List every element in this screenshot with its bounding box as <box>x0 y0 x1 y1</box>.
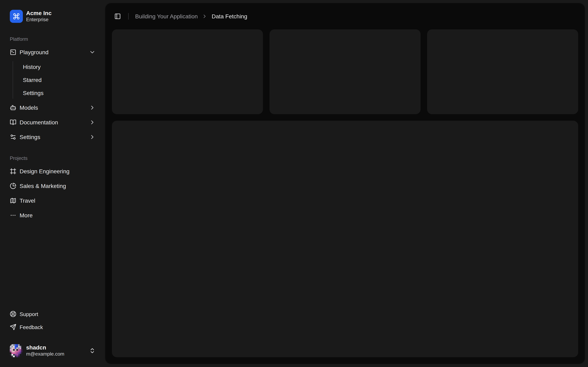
nav-group-label-platform: Platform <box>7 33 99 46</box>
sidebar-item-label: Documentation <box>20 119 86 125</box>
team-name: Acme Inc <box>26 10 52 17</box>
user-meta: shadcn m@example.com <box>26 344 86 358</box>
sidebar-item-label: Sales & Marketing <box>20 183 95 189</box>
sidebar-subitem-history[interactable]: History <box>20 61 99 73</box>
chevron-right-icon <box>202 13 208 19</box>
user-email: m@example.com <box>26 351 86 358</box>
sliders-icon <box>10 134 16 140</box>
life-buoy-icon <box>10 311 16 317</box>
chevron-right-icon[interactable] <box>89 134 95 140</box>
sidebar-subitem-starred[interactable]: Starred <box>20 74 99 86</box>
sidebar-item-label: Feedback <box>20 324 95 330</box>
sidebar: Acme Inc Enterprise Platform Playground … <box>0 0 105 367</box>
team-meta: Acme Inc Enterprise <box>26 10 52 23</box>
placeholder-card-row <box>112 29 578 114</box>
sidebar-item-settings[interactable]: Settings <box>7 131 99 143</box>
ellipsis-icon <box>10 212 16 218</box>
chevron-right-icon[interactable] <box>89 119 95 125</box>
sidebar-toggle-button[interactable] <box>112 11 123 22</box>
user-name: shadcn <box>26 344 86 351</box>
chevrons-up-down-icon <box>89 347 95 354</box>
playground-submenu: History Starred Settings <box>13 61 99 99</box>
sidebar-subitem-label: History <box>23 64 41 70</box>
chevron-right-icon[interactable] <box>89 104 95 111</box>
sidebar-item-support[interactable]: Support <box>7 308 99 320</box>
sidebar-item-label: Settings <box>20 134 86 140</box>
sidebar-item-label: Design Engineering <box>20 168 95 175</box>
frame-icon <box>10 168 16 175</box>
sidebar-item-design-engineering[interactable]: Design Engineering <box>7 165 99 178</box>
nav-group-label-projects: Projects <box>7 152 99 165</box>
app-root: Acme Inc Enterprise Platform Playground … <box>0 0 588 367</box>
page-header: Building Your Application Data Fetching <box>105 3 585 29</box>
header-separator <box>128 13 129 20</box>
sidebar-item-documentation[interactable]: Documentation <box>7 116 99 129</box>
team-switcher-button[interactable]: Acme Inc Enterprise <box>7 7 99 26</box>
sidebar-item-feedback[interactable]: Feedback <box>7 321 99 333</box>
breadcrumb: Building Your Application Data Fetching <box>135 13 247 20</box>
placeholder-card <box>112 29 263 114</box>
placeholder-card <box>269 29 421 114</box>
page-content <box>105 29 585 364</box>
sidebar-item-label: Support <box>20 311 95 317</box>
sidebar-subitem-label: Starred <box>23 77 42 83</box>
breadcrumb-current: Data Fetching <box>212 13 247 20</box>
sidebar-subitem-settings[interactable]: Settings <box>20 87 99 99</box>
book-open-icon <box>10 119 16 125</box>
sidebar-item-playground[interactable]: Playground <box>7 46 99 59</box>
placeholder-card <box>427 29 578 114</box>
sidebar-item-label: Travel <box>20 197 95 204</box>
avatar <box>10 344 23 357</box>
sidebar-item-more[interactable]: More <box>7 209 99 222</box>
sidebar-item-sales-marketing[interactable]: Sales & Marketing <box>7 179 99 192</box>
team-plan: Enterprise <box>26 17 52 23</box>
sidebar-item-label: More <box>20 212 95 218</box>
sidebar-spacer <box>7 224 99 308</box>
command-icon <box>10 10 23 23</box>
pie-chart-icon <box>10 183 16 189</box>
sidebar-item-label: Models <box>20 104 86 111</box>
bot-icon <box>10 104 16 111</box>
main-panel: Building Your Application Data Fetching <box>105 3 585 364</box>
sidebar-item-travel[interactable]: Travel <box>7 194 99 207</box>
map-icon <box>10 197 16 204</box>
chevron-down-icon[interactable] <box>89 49 95 55</box>
sidebar-item-label: Playground <box>20 49 86 55</box>
sidebar-item-models[interactable]: Models <box>7 101 99 114</box>
sidebar-subitem-label: Settings <box>23 90 43 96</box>
placeholder-panel <box>112 121 578 357</box>
send-icon <box>10 324 16 330</box>
square-terminal-icon <box>10 49 16 55</box>
user-menu-button[interactable]: shadcn m@example.com <box>7 341 99 360</box>
panel-left-icon <box>114 13 121 20</box>
breadcrumb-parent[interactable]: Building Your Application <box>135 13 198 20</box>
